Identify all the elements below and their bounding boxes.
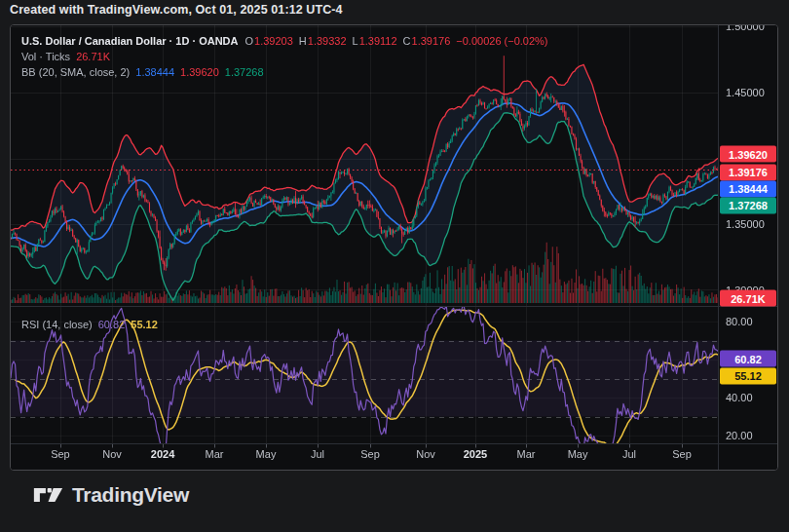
time-axis-label: Mar (517, 448, 536, 460)
time-axis-label: Sep (51, 448, 70, 460)
time-axis-year-label: 2024 (151, 448, 174, 460)
time-axis-label: Nov (416, 448, 435, 460)
price-axis-label: 1.50000 (726, 24, 765, 32)
created-with-text: Created with TradingView.com, Oct 01, 20… (10, 3, 343, 17)
time-axis-label: May (256, 448, 277, 460)
change-value: −0.00026 (−0.02%) (456, 33, 547, 49)
symbol-legend-row[interactable]: U.S. Dollar / Canadian Dollar · 1D · OAN… (21, 33, 548, 49)
close-value: 1.39176 (412, 33, 451, 49)
bb-upper-value: 1.39620 (180, 64, 219, 80)
time-axis-label: Jul (622, 448, 636, 460)
tradingview-snapshot: Created with TradingView.com, Oct 01, 20… (0, 0, 789, 532)
time-axis-label: May (568, 448, 588, 460)
price-badge: 1.38444 (720, 180, 776, 197)
price-badge: 1.39620 (720, 146, 776, 163)
price-axis-label: 1.45000 (726, 87, 765, 98)
bb-legend-row[interactable]: BB (20, SMA, close, 2) 1.38444 1.39620 1… (21, 64, 548, 80)
open-value: 1.39203 (254, 33, 293, 49)
symbol-title: U.S. Dollar / Canadian Dollar · 1D · OAN… (21, 33, 238, 49)
high-label: H (299, 33, 307, 49)
volume-legend-row[interactable]: Vol · Ticks 26.71K (21, 49, 548, 64)
chart-legend[interactable]: U.S. Dollar / Canadian Dollar · 1D · OAN… (21, 33, 548, 80)
time-axis-label: Mar (206, 448, 224, 460)
bb-label: BB (20, SMA, close, 2) (21, 64, 130, 80)
low-value: 1.39112 (359, 33, 397, 49)
rsi-axis-label: 20.00 (726, 430, 753, 441)
rsi-badge: 60.82 (720, 351, 776, 367)
rsi-axis-label: 80.00 (726, 316, 753, 327)
time-axis-label: Nov (102, 448, 122, 460)
rsi-ma-value: 55.12 (131, 319, 158, 330)
price-axis-label: 1.35000 (726, 218, 765, 230)
volume-badge: 26.71K (720, 290, 776, 307)
close-label: C (403, 33, 411, 49)
high-value: 1.39332 (308, 33, 347, 49)
volume-label: Vol · Ticks (21, 49, 70, 64)
time-axis-label: Jul (311, 448, 324, 460)
price-badge: 1.39176 (720, 164, 776, 180)
chart-canvas[interactable] (11, 25, 777, 470)
price-badge: 1.37268 (720, 197, 776, 213)
rsi-label: RSI (14, close) (21, 319, 93, 330)
bb-basis-value: 1.38444 (135, 64, 174, 80)
rsi-value: 60.82 (98, 319, 126, 330)
chart-widget[interactable]: U.S. Dollar / Canadian Dollar · 1D · OAN… (10, 24, 778, 471)
tradingview-logo[interactable]: TradingView (33, 483, 189, 507)
rsi-axis-label: 40.00 (726, 392, 753, 403)
low-label: L (353, 33, 358, 49)
time-axis-label: Sep (672, 448, 692, 460)
bb-lower-value: 1.37268 (225, 64, 264, 80)
time-axis-label: Sep (360, 448, 380, 460)
rsi-badge: 55.12 (720, 367, 776, 384)
tradingview-icon (33, 485, 63, 505)
volume-value: 26.71K (76, 49, 110, 64)
tradingview-logo-text: TradingView (72, 483, 189, 507)
time-axis-year-label: 2025 (464, 448, 487, 460)
rsi-legend-row[interactable]: RSI (14, close) 60.82 55.12 (21, 317, 164, 332)
open-label: O (244, 33, 253, 49)
